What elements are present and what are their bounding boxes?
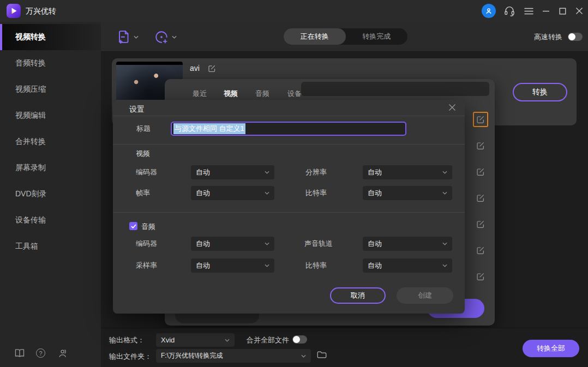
format-tab-recent[interactable]: 最近 [193, 89, 207, 99]
dialog-close-icon[interactable] [448, 104, 456, 113]
rename-edit-icon[interactable] [208, 64, 216, 75]
sidebar-item-dvd-burn[interactable]: DVD刻录 [0, 181, 101, 207]
output-format-label: 输出格式： [109, 335, 145, 346]
video-resolution-select[interactable]: 自动 [363, 165, 452, 179]
open-folder-icon[interactable] [317, 351, 327, 361]
sidebar-item-toolbox[interactable]: 工具箱 [0, 233, 101, 260]
convert-button[interactable]: 转换 [513, 83, 567, 101]
sidebar-footer: ? [0, 347, 101, 362]
chevron-down-icon [265, 264, 269, 267]
audio-encoder-select[interactable]: 自动 [191, 237, 274, 251]
sidebar-item-device-transfer[interactable]: 设备传输 [0, 207, 101, 233]
add-dvd-button[interactable] [154, 30, 177, 44]
chevron-down-icon [442, 242, 447, 245]
high-speed-label: 高速转换 [534, 32, 562, 42]
minimize-button[interactable] [540, 0, 552, 22]
merge-all-toggle[interactable] [292, 335, 307, 344]
create-button-disabled[interactable]: 创建 [397, 287, 453, 304]
chevron-down-icon [442, 171, 447, 174]
titlebar: 万兴优转 [0, 0, 588, 22]
tab-converting[interactable]: 正在转换 [284, 28, 346, 45]
video-framerate-label: 帧率 [136, 186, 150, 200]
format-tab-audio[interactable]: 音频 [255, 89, 269, 99]
format-edit-icon-1[interactable] [476, 115, 485, 124]
app-logo-icon [7, 4, 21, 18]
toolbar: 正在转换 转换完成 高速转换 [101, 22, 588, 52]
account-avatar[interactable] [482, 4, 496, 18]
support-headset-icon[interactable] [502, 0, 517, 22]
close-button[interactable] [573, 0, 586, 22]
video-encoder-label: 编码器 [136, 165, 157, 179]
check-icon [131, 224, 136, 228]
chevron-down-icon [442, 191, 447, 195]
format-edit-icon-6[interactable] [476, 246, 485, 255]
app-title: 万兴优转 [26, 0, 56, 22]
maximize-button[interactable] [556, 0, 568, 22]
menu-icon[interactable] [523, 0, 535, 22]
video-resolution-label: 分辨率 [305, 165, 327, 179]
audio-encoder-label: 编码器 [136, 237, 157, 251]
video-encoder-select[interactable]: 自动 [191, 165, 274, 179]
sidebar-item-video-compress[interactable]: 视频压缩 [0, 76, 101, 103]
chevron-down-icon [265, 171, 269, 174]
sidebar-item-audio-convert[interactable]: 音频转换 [0, 50, 101, 76]
format-edit-icon-2[interactable] [476, 141, 485, 150]
format-edit-icon-3[interactable] [476, 167, 485, 176]
format-tab-video[interactable]: 视频 [224, 89, 238, 99]
chevron-down-icon [265, 191, 269, 195]
sidebar-item-video-edit[interactable]: 视频编辑 [0, 103, 101, 129]
add-dvd-icon [154, 30, 169, 44]
video-section-heading: 视频 [136, 149, 150, 159]
cancel-button[interactable]: 取消 [330, 287, 386, 304]
output-format-select[interactable]: Xvid [156, 333, 235, 347]
sidebar-item-screen-record[interactable]: 屏幕录制 [0, 155, 101, 181]
help-icon[interactable]: ? [36, 348, 45, 358]
chevron-down-icon [301, 354, 306, 358]
chevron-down-icon [265, 242, 269, 245]
chevron-down-icon [134, 35, 139, 39]
format-edit-icon-7[interactable] [476, 272, 485, 281]
audio-bitrate-select[interactable]: 自动 [363, 258, 452, 273]
add-file-icon [117, 29, 130, 44]
video-bitrate-select[interactable]: 自动 [363, 186, 452, 200]
add-file-button[interactable] [117, 29, 139, 44]
output-folder-label: 输出文件夹： [109, 351, 152, 362]
title-input[interactable]: 与源文件相同 自定义1 [171, 122, 406, 136]
title-field-label: 标题 [136, 122, 151, 136]
format-search-input[interactable] [301, 82, 489, 96]
audio-track-select[interactable]: 自动 [363, 237, 452, 251]
chevron-down-icon [442, 264, 447, 267]
video-framerate-select[interactable]: 自动 [191, 186, 274, 200]
chevron-down-icon [225, 339, 230, 342]
guide-book-icon[interactable] [14, 348, 25, 360]
dialog-title: 设置 [129, 103, 145, 116]
audio-samplerate-label: 采样率 [136, 258, 157, 273]
title-input-selected-text: 与源文件相同 自定义1 [173, 123, 245, 134]
format-edit-icon-4[interactable] [476, 194, 485, 202]
user-icon [485, 7, 493, 15]
audio-bitrate-label: 比特率 [305, 258, 327, 273]
audio-samplerate-select[interactable]: 自动 [191, 258, 274, 273]
high-speed-toggle[interactable] [568, 33, 583, 41]
file-title: avi [190, 64, 200, 73]
audio-section-heading: 音频 [141, 222, 155, 232]
user-account-icon[interactable] [58, 348, 68, 360]
audio-track-label: 声音轨道 [304, 237, 333, 251]
video-bitrate-label: 比特率 [305, 186, 327, 200]
format-tab-device[interactable]: 设备 [287, 89, 302, 99]
format-edit-icon-5[interactable] [476, 220, 485, 228]
sidebar-item-video-convert[interactable]: 视频转换 [0, 24, 101, 50]
sidebar-item-merge-convert[interactable]: 合并转换 [0, 129, 101, 155]
audio-enabled-checkbox[interactable] [129, 222, 137, 230]
app-window: 万兴优转 [0, 0, 588, 367]
tab-finished[interactable]: 转换完成 [346, 28, 408, 45]
settings-dialog: 设置 标题 与源文件相同 自定义1 视频 编码器 自动 分辨率 自动 帧率 自动… [113, 100, 465, 314]
sidebar: 视频转换 音频转换 视频压缩 视频编辑 合并转换 屏幕录制 DVD刻录 设备传输… [0, 22, 101, 367]
convert-all-button[interactable]: 转换全部 [523, 340, 579, 357]
output-folder-select[interactable]: F:\万兴优转\转换完成 [156, 349, 311, 363]
bottom-bar: 输出格式： Xvid 合并全部文件 输出文件夹： F:\万兴优转\转换完成 转换… [101, 328, 588, 367]
chevron-down-icon [172, 35, 177, 39]
status-tabs: 正在转换 转换完成 [284, 28, 407, 45]
merge-all-label: 合并全部文件 [247, 335, 289, 346]
